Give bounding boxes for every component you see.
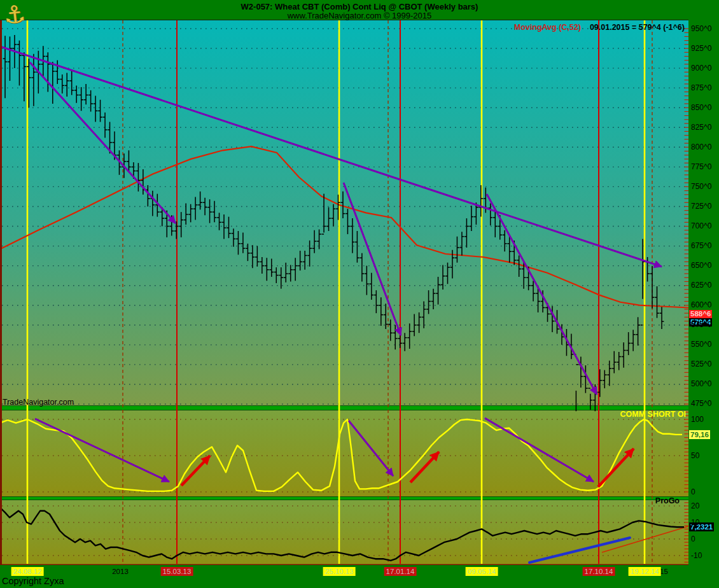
progo-panel[interactable] xyxy=(2,500,688,565)
price-panel[interactable] xyxy=(2,20,688,405)
trade-navigator-window: W2-057: Wheat CBT (Comb) Cont Liq @ CBOT… xyxy=(0,0,719,588)
chart-canvas[interactable] xyxy=(0,0,719,588)
